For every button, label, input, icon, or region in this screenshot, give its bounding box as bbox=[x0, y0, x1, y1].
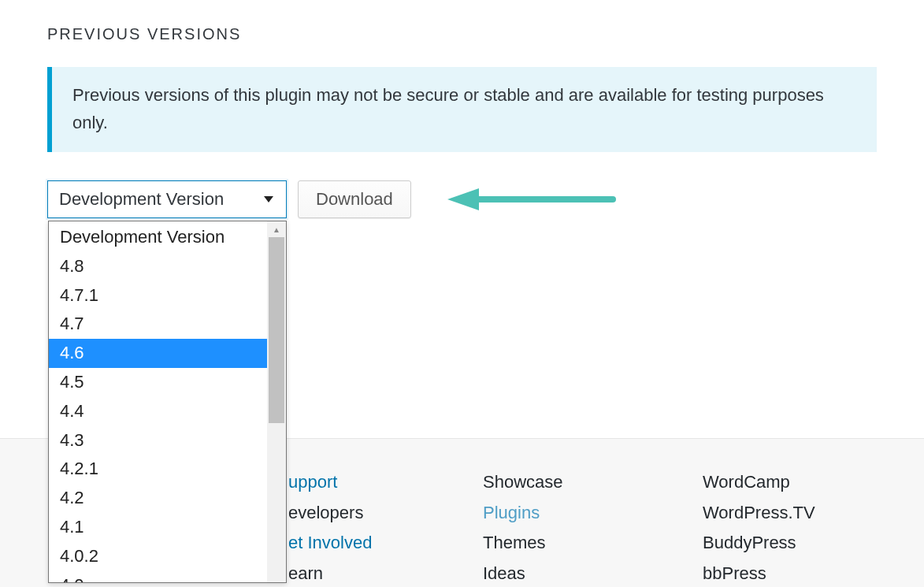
version-select-box[interactable]: Development Version bbox=[47, 180, 287, 218]
svg-marker-1 bbox=[447, 188, 479, 210]
version-option[interactable]: 4.2 bbox=[49, 484, 267, 513]
footer-link[interactable]: upport bbox=[288, 467, 372, 498]
version-option[interactable]: 4.0.2 bbox=[49, 542, 267, 571]
version-option[interactable]: 4.3 bbox=[49, 426, 267, 455]
version-option[interactable]: 4.7.1 bbox=[49, 281, 267, 310]
version-option[interactable]: 4.0 bbox=[49, 571, 267, 583]
version-option[interactable]: 4.1 bbox=[49, 513, 267, 542]
section-heading: PREVIOUS VERSIONS bbox=[47, 25, 877, 43]
footer-link[interactable]: BuddyPress bbox=[703, 528, 815, 559]
footer-link[interactable]: et Involved bbox=[288, 528, 372, 559]
version-option[interactable]: Development Version bbox=[49, 223, 267, 252]
version-option[interactable]: 4.6 bbox=[49, 339, 267, 368]
version-option[interactable]: 4.2.1 bbox=[49, 455, 267, 484]
footer-link[interactable]: Plugins bbox=[483, 498, 563, 529]
download-button[interactable]: Download bbox=[298, 180, 411, 218]
pointer-arrow-icon bbox=[440, 186, 621, 213]
footer-link[interactable]: evelopers bbox=[288, 498, 372, 529]
scroll-up-icon[interactable]: ▲ bbox=[267, 221, 286, 237]
footer-link[interactable]: Showcase bbox=[483, 467, 563, 498]
footer-link[interactable]: Themes bbox=[483, 528, 563, 559]
version-select-dropdown[interactable]: Development Version4.84.7.14.74.64.54.44… bbox=[48, 221, 287, 583]
scroll-thumb[interactable] bbox=[269, 237, 284, 423]
dropdown-scrollbar[interactable]: ▲ bbox=[267, 221, 286, 583]
footer-link[interactable]: bbPress bbox=[703, 559, 815, 588]
version-select[interactable]: Development Version bbox=[47, 180, 287, 218]
footer-link[interactable]: Ideas bbox=[483, 559, 563, 588]
chevron-down-icon bbox=[264, 196, 273, 202]
previous-versions-notice: Previous versions of this plugin may not… bbox=[47, 67, 877, 152]
version-option[interactable]: 4.5 bbox=[49, 368, 267, 397]
footer-link[interactable]: earn bbox=[288, 559, 372, 588]
footer-link[interactable]: WordPress.TV bbox=[703, 498, 815, 529]
version-select-value: Development Version bbox=[59, 189, 224, 210]
version-option[interactable]: 4.8 bbox=[49, 252, 267, 281]
footer-link[interactable]: WordCamp bbox=[703, 467, 815, 498]
version-option[interactable]: 4.4 bbox=[49, 397, 267, 426]
version-option[interactable]: 4.7 bbox=[49, 310, 267, 339]
